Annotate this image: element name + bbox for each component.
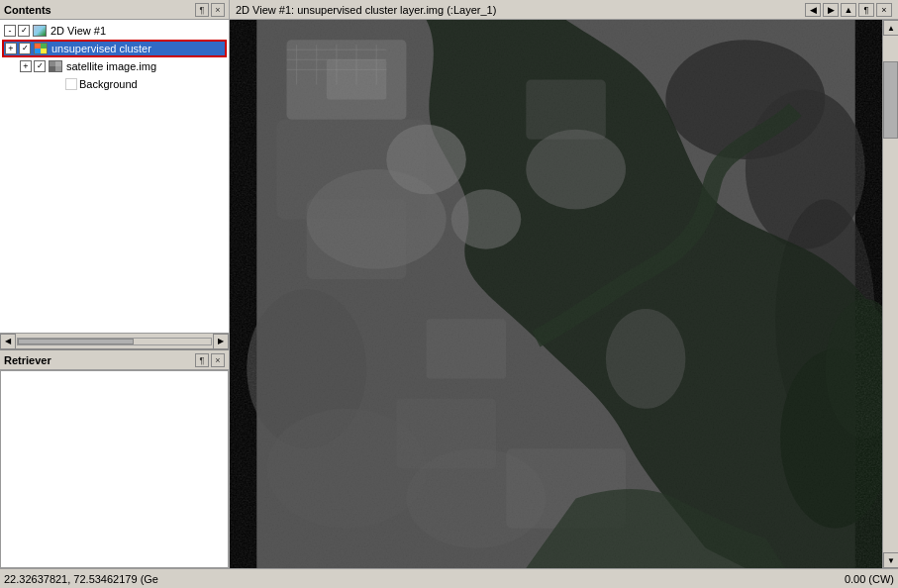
status-coords: 22.32637821, 72.53462179 (Ge [4, 573, 845, 585]
checkbox-2dview[interactable] [18, 25, 30, 37]
label-background: Background [79, 78, 138, 90]
retriever-panel: Retriever ¶ × [0, 350, 229, 568]
v-scroll-down[interactable]: ▼ [883, 552, 898, 568]
expand-satellite[interactable]: + [20, 60, 32, 72]
contents-panel: Contents ¶ × - 2D View #1 [0, 0, 229, 350]
icon-satellite [48, 59, 63, 73]
h-scrollbar[interactable]: ◀ ▶ [0, 333, 229, 348]
v-scroll-up[interactable]: ▲ [883, 20, 898, 36]
view-pin-btn[interactable]: ¶ [858, 3, 874, 17]
map-view: 2D View #1: unsupervised cluster layer.i… [230, 0, 898, 568]
tree-item-unsupervised[interactable]: + unsupervised cluster [2, 40, 227, 57]
map-canvas[interactable] [230, 20, 882, 568]
tree-item-background[interactable]: Background [2, 75, 227, 93]
satellite-image [230, 20, 882, 568]
map-area: ▲ ▼ [230, 20, 898, 568]
left-panel: Contents ¶ × - 2D View #1 [0, 0, 230, 568]
view-btn-1[interactable]: ◀ [805, 3, 821, 17]
view-title-bar: 2D View #1: unsupervised cluster layer.i… [230, 0, 898, 20]
icon-unsupervised [33, 42, 49, 55]
checkbox-satellite[interactable] [34, 60, 46, 72]
view-close-btn[interactable]: × [876, 3, 892, 17]
retriever-header: Retriever ¶ × [0, 350, 229, 370]
expand-unsupervised[interactable]: + [5, 43, 17, 54]
retriever-content [0, 370, 229, 568]
v-scroll-thumb[interactable] [883, 61, 898, 139]
expand-2dview[interactable]: - [4, 25, 16, 37]
h-scroll-track[interactable] [17, 338, 212, 345]
v-scrollbar[interactable]: ▲ ▼ [882, 20, 898, 568]
contents-pin-button[interactable]: ¶ [195, 3, 209, 17]
label-2dview: 2D View #1 [50, 25, 106, 37]
status-rotation: 0.00 (CW) [845, 573, 894, 585]
tree-item-2dview[interactable]: - 2D View #1 [2, 22, 227, 40]
v-scroll-track[interactable] [883, 36, 898, 552]
tree-item-satellite[interactable]: + satellite image.img [2, 57, 227, 75]
contents-tree: - 2D View #1 + [0, 20, 229, 333]
checkbox-unsupervised[interactable] [19, 43, 31, 54]
view-title-text: 2D View #1: unsupervised cluster layer.i… [236, 4, 805, 16]
view-btn-2[interactable]: ▶ [823, 3, 839, 17]
retriever-title: Retriever [4, 354, 195, 366]
retriever-close-button[interactable]: × [211, 353, 225, 367]
h-scroll-left[interactable]: ◀ [0, 334, 16, 349]
contents-close-button[interactable]: × [211, 3, 225, 17]
svg-rect-23 [256, 20, 854, 568]
contents-title: Contents [4, 4, 195, 16]
icon-2dview [32, 24, 48, 38]
h-scroll-right[interactable]: ▶ [213, 334, 229, 349]
view-btn-3[interactable]: ▲ [841, 3, 856, 17]
retriever-pin-button[interactable]: ¶ [195, 353, 209, 367]
contents-header: Contents ¶ × [0, 0, 229, 20]
status-bar: 22.32637821, 72.53462179 (Ge 0.00 (CW) [0, 568, 898, 588]
label-unsupervised: unsupervised cluster [51, 43, 151, 54]
h-scroll-thumb[interactable] [18, 339, 134, 344]
label-satellite: satellite image.img [66, 60, 156, 72]
